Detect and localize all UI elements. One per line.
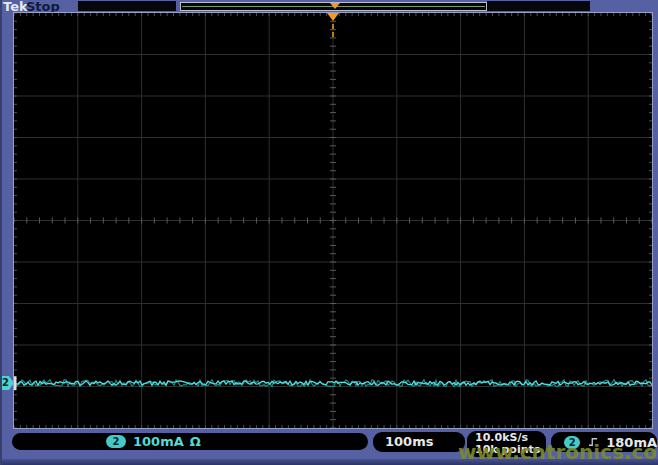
channel2-badge-icon: 2 <box>106 435 126 448</box>
watermark: www.cntronics.com <box>458 440 658 464</box>
top-readout-blank-right <box>487 1 590 11</box>
channel2-coupling: Ω <box>190 434 201 449</box>
channel2-readout: 2 100mAΩ <box>12 433 368 450</box>
graticule <box>13 12 653 429</box>
record-view-bar <box>180 2 487 11</box>
oscilloscope-screen: Tek Stop 2 2 100mAΩ 100ms 10.0kS/s 10k p… <box>0 0 658 465</box>
channel2-position-marker: 2 <box>0 376 14 390</box>
channel2-scale-readout: 100mAΩ <box>133 434 201 449</box>
timebase-readout: 100ms <box>373 432 465 452</box>
left-bezel-edge <box>0 0 2 465</box>
top-readout-blank-left <box>78 1 176 11</box>
record-trigger-position-icon <box>330 3 340 9</box>
graticule-svg <box>14 13 652 428</box>
channel2-scale: 100mA <box>133 434 184 449</box>
